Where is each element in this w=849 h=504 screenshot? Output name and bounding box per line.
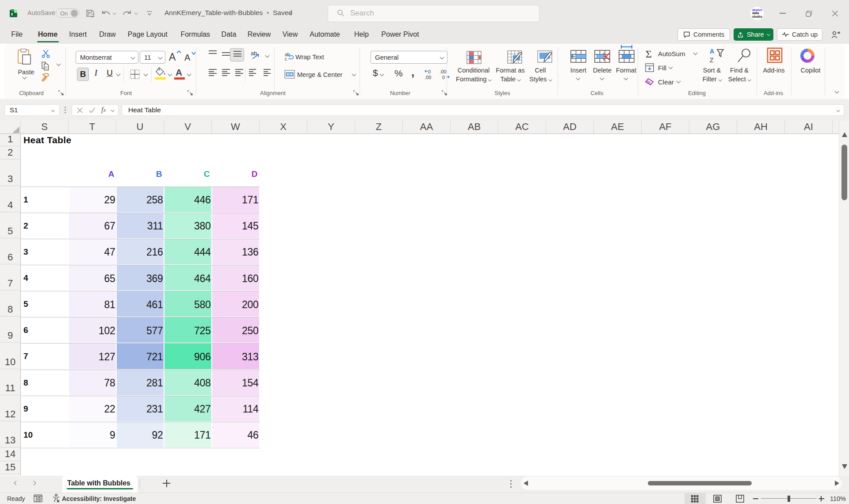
svg-text:x: x	[11, 11, 13, 16]
svg-text:c: c	[285, 57, 287, 61]
svg-text:0: 0	[428, 69, 431, 74]
svg-text:.00: .00	[424, 75, 431, 80]
svg-text:Z: Z	[710, 57, 714, 64]
svg-text:ab: ab	[251, 50, 257, 57]
svg-text:A: A	[710, 48, 714, 55]
